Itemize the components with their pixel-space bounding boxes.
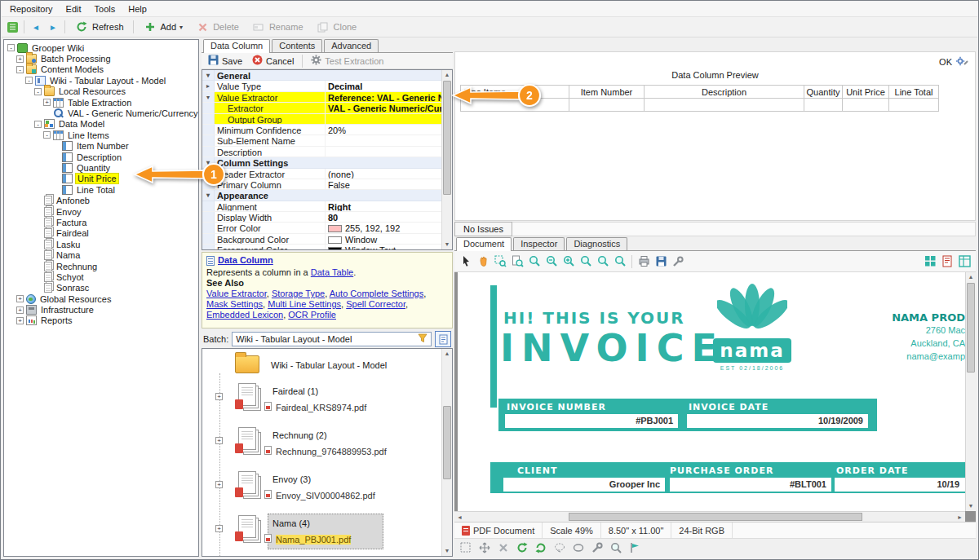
help-link-multi-line-settings[interactable]: Multi Line Settings [268,299,341,309]
prop-expander-icon[interactable] [202,234,215,244]
move-region-icon[interactable] [477,540,492,555]
tree-item-anfoneb[interactable]: Anfoneb [4,195,198,205]
flag-icon[interactable] [627,540,642,555]
preview-col-description[interactable]: Description [645,85,804,99]
prop-description[interactable]: Description [202,147,441,157]
batch-item-nama-4[interactable]: +Nama (4)Nama_PBJ001.pdf [202,512,452,556]
prop-group-appearance[interactable]: ▾Appearance [202,190,441,201]
zoom-tool-icon[interactable] [609,540,623,555]
tree-item-rechnung[interactable]: Rechnung [4,261,198,271]
preview-col-item-number[interactable]: Item Number [569,85,645,99]
help-title-link[interactable]: Data Column [218,255,273,266]
tree-item-nama[interactable]: Nama [4,249,198,260]
wrench-icon[interactable] [590,540,605,555]
tree-expander-icon[interactable]: + [16,295,24,302]
tree-expander-icon[interactable]: + [16,55,24,63]
tree-item-data-model[interactable]: -Data Model [4,119,198,130]
tree-expander-icon[interactable]: - [34,121,42,128]
print-icon[interactable] [636,254,651,269]
prop-expander-icon[interactable] [202,103,215,112]
tab-diagnostics[interactable]: Diagnostics [566,237,627,250]
text-extract-icon[interactable] [940,254,955,269]
tree-expander-icon[interactable]: + [16,306,24,314]
help-link-storage-type[interactable]: Storage Type [272,289,325,298]
preview-col-unit-price[interactable]: Unit Price [843,85,889,99]
tree-item-line-items[interactable]: -Line Items [4,130,198,140]
layout-icon[interactable] [957,254,972,269]
refresh-button[interactable]: Refresh [69,18,129,36]
tree-item-table-extraction[interactable]: +Table Extraction [4,97,198,108]
batch-root-label[interactable]: Wiki - Tabular Layout - Model [271,360,387,370]
prop-foreground-color[interactable]: Foreground ColorWindow Text [202,245,441,250]
preview-col-line-total[interactable]: Line Total [889,85,939,99]
tree-expander-icon[interactable]: - [7,44,15,51]
tree-item-batch-processing[interactable]: +Batch Processing [4,53,198,64]
back-icon[interactable]: ◄ [29,20,43,34]
tree-item-fairdeal[interactable]: Fairdeal [4,228,198,239]
rename-button[interactable]: Rename [246,18,308,36]
delete-region-icon[interactable] [496,540,511,555]
zoom-page-icon[interactable] [510,254,525,269]
save-button[interactable]: Save [205,54,246,68]
rotate-icon[interactable] [534,540,548,555]
prop-expander-icon[interactable] [202,125,215,134]
prop-value-extractor[interactable]: ▾Value ExtractorReference: VAL - Generic… [202,92,441,103]
tools-icon[interactable] [671,254,685,269]
app-icon[interactable] [5,20,20,34]
tree-item-sonrasc[interactable]: Sonrasc [4,283,198,293]
select-region-icon[interactable] [458,540,473,555]
prop-expander-icon[interactable]: ▾ [202,92,215,102]
tab-document[interactable]: Document [456,237,512,251]
tree-expander-icon[interactable]: - [43,131,51,139]
help-link-auto-complete-settings[interactable]: Auto Complete Settings [330,289,424,298]
menu-edit[interactable]: Edit [60,2,88,15]
prop-extractor[interactable]: ExtractorVAL - Generic Numeric/Curre [202,103,441,113]
tab-advanced[interactable]: Advanced [324,39,379,52]
prop-primary-column[interactable]: Primary ColumnFalse [202,179,441,190]
prop-group-column-settings[interactable]: ▾Column Settings [202,157,441,168]
document-horizontal-scrollbar[interactable]: ◄► [454,511,965,522]
menu-tools[interactable]: Tools [88,2,122,15]
prop-expander-icon[interactable] [202,223,215,232]
help-link-mask-settings[interactable]: Mask Settings [206,299,263,309]
prop-background-color[interactable]: Background ColorWindow [202,234,441,245]
preview-col-quantity[interactable]: Quantity [804,85,843,99]
forward-icon[interactable]: ► [46,20,60,34]
batch-item-fairdeal-1[interactable]: +Fairdeal (1)Fairdeal_KRS8974.pdf [202,380,452,424]
batch-item-envoy-3[interactable]: +Envoy (3)Envoy_SIV00004862.pdf [202,468,452,512]
batch-tree-scrollbar[interactable]: ▲▼ [441,349,452,556]
refresh2-icon[interactable] [515,540,529,555]
tab-inspector[interactable]: Inspector [513,237,565,250]
no-issues-tab[interactable]: No Issues [454,222,512,236]
help-link-spell-corrector[interactable]: Spell Corrector [346,299,405,309]
prop-alignment[interactable]: AlignmentRight [202,201,441,212]
prop-expander-icon[interactable] [202,147,215,157]
tree-item-lasku[interactable]: Lasku [4,239,198,249]
prop-value-type[interactable]: ▸Value TypeDecimal [202,81,441,91]
prop-display-width[interactable]: Display Width80 [202,212,441,223]
tree-item-content-models[interactable]: -Content Models [4,64,198,75]
ok-button[interactable]: OK [939,57,952,67]
tab-data-column[interactable]: Data Column [203,39,270,53]
tree-expander-icon[interactable]: - [25,77,33,84]
document-vertical-scrollbar[interactable]: ▲▼ [965,272,976,511]
prop-expander-icon[interactable]: ▸ [202,81,215,90]
tree-expander-icon[interactable]: + [43,99,51,106]
tree-expander-icon[interactable]: + [215,481,223,488]
prop-header-extractor[interactable]: Header Extractor(none) [202,169,441,179]
tree-expander-icon[interactable]: + [16,317,24,324]
prop-expander-icon[interactable] [202,135,215,145]
tree-expander-icon[interactable]: + [215,393,223,400]
tree-expander-icon[interactable]: - [34,88,42,95]
prop-group-general[interactable]: ▾General [202,70,441,81]
zoom-out-icon[interactable] [544,254,559,269]
zoom-select-icon[interactable] [493,254,507,269]
settings-icon[interactable] [956,55,968,68]
help-link-value-extractor[interactable]: Value Extractor [206,289,267,298]
prop-minimum-confidence[interactable]: Minimum Confidence20% [202,125,441,135]
zoom-fit-page-icon[interactable] [613,254,627,269]
menu-help[interactable]: Help [122,2,153,15]
cancel-button[interactable]: Cancel [249,54,297,68]
pointer-icon[interactable] [458,254,473,269]
prop-expander-icon[interactable] [202,114,215,124]
